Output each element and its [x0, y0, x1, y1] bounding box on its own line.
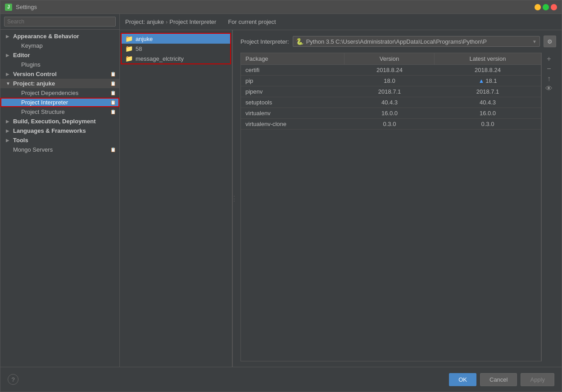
sidebar-item-appearance[interactable]: ▶ Appearance & Behavior [0, 32, 119, 41]
td-latest: 16.0.0 [435, 108, 541, 118]
nav-tree: ▶ Appearance & Behavior Keymap ▶ Editor … [0, 30, 119, 367]
breadcrumb-project: Project: anjuke [125, 18, 164, 25]
td-package: certifi [241, 65, 344, 75]
packages-table: Package Version Latest version certifi 2… [240, 53, 541, 361]
sidebar-item-label: Appearance & Behavior [13, 33, 79, 40]
td-version: 2018.7.1 [344, 86, 435, 97]
sidebar-item-project[interactable]: ▼ Project: anjuke 📋 [0, 79, 119, 88]
maximize-button[interactable] [543, 4, 549, 10]
interpreter-panel: Project Interpreter: 🐍 Python 3.5 C:\Use… [235, 30, 562, 367]
apply-button[interactable]: Apply [521, 373, 554, 386]
table-row[interactable]: pipenv 2018.7.1 2018.7.1 [241, 86, 541, 97]
expand-arrow: ▶ [6, 128, 11, 133]
project-tree-label: message_elctricity [136, 55, 184, 62]
show-package-button[interactable]: 👁 [544, 84, 554, 93]
folder-icon: 📁 [125, 35, 133, 42]
td-package: pipenv [241, 86, 344, 97]
breadcrumb: Project: anjuke › Project Interpreter Fo… [120, 14, 562, 30]
sidebar-item-label: Keymap [21, 42, 43, 49]
project-tree-item-message[interactable]: 📁 message_elctricity [122, 54, 230, 63]
ok-button[interactable]: OK [449, 373, 476, 386]
sidebar-item-label: Project: anjuke [13, 80, 55, 87]
gear-icon: ⚙ [547, 38, 553, 45]
bottom-bar: ? OK Cancel Apply [0, 367, 562, 392]
sidebar-item-plugins[interactable]: Plugins [0, 60, 119, 69]
sidebar: ▶ Appearance & Behavior Keymap ▶ Editor … [0, 14, 120, 367]
python-icon: 🐍 [296, 38, 304, 45]
sidebar-item-label: Tools [13, 137, 28, 144]
interpreter-row: Project Interpreter: 🐍 Python 3.5 C:\Use… [240, 36, 556, 47]
expand-arrow: ▶ [6, 72, 11, 77]
table-header: Package Version Latest version [241, 53, 541, 65]
expand-arrow: ▶ [6, 119, 11, 124]
th-version[interactable]: Version [344, 53, 435, 64]
sidebar-item-project-structure[interactable]: Project Structure 📋 [0, 107, 119, 117]
sidebar-item-build[interactable]: ▶ Build, Execution, Deployment [0, 117, 119, 126]
sidebar-item-mongo[interactable]: Mongo Servers 📋 [0, 145, 119, 154]
sidebar-item-version-control[interactable]: ▶ Version Control 📋 [0, 69, 119, 79]
td-version: 2018.8.24 [344, 65, 435, 75]
sidebar-item-editor[interactable]: ▶ Editor [0, 50, 119, 60]
add-package-button[interactable]: + [544, 54, 554, 63]
sidebar-item-tools[interactable]: ▶ Tools [0, 135, 119, 145]
upgrade-package-button[interactable]: ↑ [544, 74, 554, 83]
python-version: Python 3.5 C:\Users\Administrator\AppDat… [306, 38, 530, 45]
minimize-button[interactable] [535, 4, 541, 10]
folder-icon: 📁 [125, 45, 133, 52]
close-button[interactable] [551, 4, 557, 10]
table-row[interactable]: setuptools 40.4.3 40.4.3 [241, 97, 541, 108]
td-latest: 2018.8.24 [435, 65, 541, 75]
sidebar-item-label: Build, Execution, Deployment [13, 118, 95, 125]
panel-body: 📁 anjuke 📁 58 📁 message_elctricity [120, 30, 562, 367]
sidebar-item-project-interpreter[interactable]: Project Interpreter 📋 [0, 98, 119, 107]
sidebar-item-keymap[interactable]: Keymap [0, 41, 119, 50]
td-latest: 0.3.0 [435, 119, 541, 129]
cancel-button[interactable]: Cancel [480, 373, 517, 386]
copy-icon: 📋 [110, 90, 116, 95]
breadcrumb-tab[interactable]: For current project [225, 18, 278, 26]
remove-package-button[interactable]: − [544, 64, 554, 73]
th-latest[interactable]: Latest version [435, 53, 541, 64]
td-package: virtualenv-clone [241, 119, 344, 129]
title-bar: J Settings [0, 0, 562, 14]
td-package: virtualenv [241, 108, 344, 118]
folder-icon: 📁 [125, 55, 133, 62]
sidebar-item-label: Editor [13, 52, 30, 59]
expand-arrow: ▼ [6, 81, 11, 86]
copy-icon: 📋 [110, 109, 116, 114]
td-version: 0.3.0 [344, 119, 435, 129]
td-package: setuptools [241, 97, 344, 108]
project-tree-border: 📁 anjuke 📁 58 📁 message_elctricity [121, 33, 231, 64]
td-latest: ▲18.1 [435, 76, 541, 86]
sidebar-item-label: Project Structure [21, 108, 65, 115]
copy-icon: 📋 [110, 72, 116, 77]
table-row[interactable]: virtualenv 16.0.0 16.0.0 [241, 108, 541, 119]
td-latest: 40.4.3 [435, 97, 541, 108]
breadcrumb-current: Project Interpreter [169, 18, 216, 25]
expand-arrow: ▶ [6, 34, 11, 39]
help-button[interactable]: ? [8, 374, 18, 385]
table-row[interactable]: pip 18.0 ▲18.1 [241, 76, 541, 86]
th-package[interactable]: Package [241, 53, 344, 64]
search-input[interactable] [4, 17, 116, 27]
table-row[interactable]: virtualenv-clone 0.3.0 0.3.0 [241, 119, 541, 130]
settings-window: J Settings ▶ Appearance & Behavior [0, 0, 562, 392]
sidebar-item-project-dependencies[interactable]: Project Dependencies 📋 [0, 88, 119, 98]
for-current-project-label: For current project [228, 18, 276, 25]
gear-button[interactable]: ⚙ [544, 36, 556, 47]
sidebar-item-languages[interactable]: ▶ Languages & Frameworks [0, 126, 119, 135]
sidebar-item-label: Mongo Servers [13, 146, 53, 153]
interpreter-select[interactable]: 🐍 Python 3.5 C:\Users\Administrator\AppD… [293, 36, 540, 47]
upgrade-arrow-icon: ▲ [478, 77, 484, 84]
window-title: Settings [16, 4, 37, 10]
sidebar-item-label: Languages & Frameworks [13, 127, 86, 134]
window-controls [535, 4, 557, 10]
project-tree-item-58[interactable]: 📁 58 [122, 44, 230, 54]
search-bar [0, 14, 119, 30]
project-tree-item-anjuke[interactable]: 📁 anjuke [122, 34, 230, 44]
td-version: 16.0.0 [344, 108, 435, 118]
bottom-actions: OK Cancel Apply [449, 373, 554, 386]
app-icon: J [5, 4, 12, 11]
td-version: 18.0 [344, 76, 435, 86]
table-row[interactable]: certifi 2018.8.24 2018.8.24 [241, 65, 541, 76]
